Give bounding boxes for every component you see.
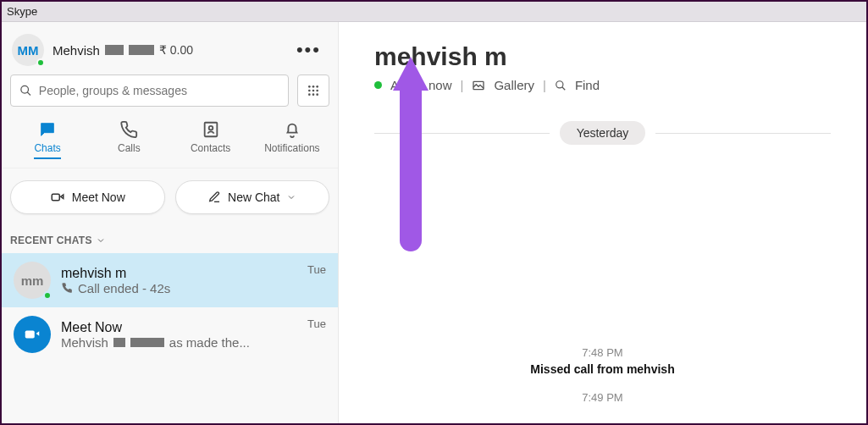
- new-chat-button[interactable]: New Chat: [175, 180, 330, 214]
- chat-item-time: Tue: [307, 316, 326, 330]
- action-row: Meet Now New Chat: [2, 168, 338, 229]
- divider-line: [655, 133, 831, 134]
- svg-point-4: [316, 86, 318, 88]
- recent-chats-header[interactable]: RECENT CHATS: [2, 229, 338, 253]
- avatar-initials: MM: [18, 43, 39, 58]
- video-icon: [50, 190, 65, 205]
- presence-dot-icon: [43, 291, 52, 300]
- svg-point-2: [308, 86, 311, 88]
- message-list[interactable]: 7:48 PM Missed call from mehvish 7:49 PM: [339, 145, 866, 419]
- chat-item-meet-now[interactable]: Meet Now Mehvish as made the... Tue: [2, 307, 338, 362]
- chat-item-name: mehvish m: [61, 266, 297, 281]
- presence-dot-icon: [374, 81, 382, 89]
- redacted-block: [113, 338, 125, 347]
- redacted-block: [105, 45, 124, 55]
- avatar: [14, 316, 51, 353]
- tab-contacts[interactable]: Contacts: [170, 119, 252, 159]
- chat-item-name: Meet Now: [61, 320, 297, 335]
- phone-icon: [119, 120, 138, 139]
- chat-item-mehvish[interactable]: mm mehvish m Call ended - 42s Tue: [2, 253, 338, 307]
- phone-icon: [61, 282, 73, 294]
- new-chat-label: New Chat: [228, 190, 279, 204]
- avatar: mm: [14, 262, 51, 299]
- dialpad-button[interactable]: [297, 75, 329, 107]
- tab-label: Contacts: [191, 142, 230, 159]
- svg-point-6: [312, 90, 315, 92]
- conversation-pane: mehvish m Active now | Gallery | Find Ye…: [339, 22, 866, 423]
- presence-dot-icon: [36, 58, 45, 67]
- conversation-header: mehvish m Active now | Gallery | Find: [339, 22, 866, 102]
- tab-label: Notifications: [264, 142, 319, 159]
- svg-rect-14: [25, 330, 35, 338]
- svg-point-12: [208, 126, 213, 130]
- profile-name[interactable]: Mehvish ₹ 0.00: [53, 43, 281, 58]
- chevron-down-icon: [96, 235, 106, 246]
- chat-item-time: Tue: [307, 262, 326, 276]
- day-chip: Yesterday: [560, 121, 646, 145]
- edit-icon: [207, 190, 221, 204]
- video-icon: [23, 325, 41, 344]
- tab-notifications[interactable]: Notifications: [252, 119, 333, 159]
- chat-item-subtitle: Call ended - 42s: [61, 281, 297, 295]
- search-input[interactable]: [39, 84, 279, 97]
- svg-line-17: [562, 86, 566, 90]
- event-time: 7:49 PM: [582, 391, 622, 404]
- search-icon: [19, 84, 32, 97]
- event-time: 7:48 PM: [582, 346, 622, 359]
- svg-point-8: [308, 93, 311, 96]
- gallery-icon: [472, 79, 485, 92]
- contact-name: mehvish m: [374, 42, 831, 71]
- tab-label: Chats: [34, 142, 60, 159]
- active-status: Active now: [390, 78, 452, 92]
- svg-line-1: [27, 92, 30, 96]
- profile-row[interactable]: MM Mehvish ₹ 0.00 •••: [2, 22, 338, 75]
- redacted-block: [130, 338, 164, 347]
- meet-now-label: Meet Now: [72, 190, 125, 204]
- day-separator: Yesterday: [339, 121, 866, 145]
- gallery-link[interactable]: Gallery: [494, 78, 534, 92]
- svg-point-5: [308, 90, 311, 92]
- svg-point-16: [556, 80, 563, 87]
- chat-icon: [38, 120, 57, 139]
- svg-point-10: [316, 93, 318, 96]
- meet-now-button[interactable]: Meet Now: [10, 180, 165, 214]
- balance-label: ₹ 0.00: [159, 43, 193, 57]
- dialpad-icon: [307, 84, 320, 97]
- tab-label: Calls: [118, 142, 141, 159]
- app-frame: MM Mehvish ₹ 0.00 ••• Chats: [2, 22, 866, 423]
- find-link[interactable]: Find: [575, 78, 600, 92]
- chat-item-subtitle: Mehvish as made the...: [61, 335, 297, 350]
- bell-icon: [283, 120, 301, 139]
- search-icon: [555, 80, 567, 91]
- conversation-meta: Active now | Gallery | Find: [374, 78, 831, 92]
- avatar[interactable]: MM: [12, 34, 44, 66]
- svg-point-7: [316, 90, 318, 92]
- svg-point-9: [312, 93, 315, 96]
- chat-item-body: mehvish m Call ended - 42s: [61, 266, 297, 295]
- sidebar: MM Mehvish ₹ 0.00 ••• Chats: [2, 22, 339, 423]
- title-bar: Skype: [2, 2, 866, 22]
- contacts-icon: [202, 120, 220, 139]
- tab-chats[interactable]: Chats: [7, 119, 88, 159]
- tab-calls[interactable]: Calls: [88, 119, 169, 159]
- redacted-block: [129, 45, 154, 55]
- search-row: [2, 75, 338, 119]
- search-input-wrapper[interactable]: [10, 75, 289, 107]
- nav-tabs: Chats Calls Contacts Notifications: [2, 119, 338, 168]
- missed-call-text: Missed call from mehvish: [530, 362, 674, 376]
- svg-point-0: [21, 86, 29, 93]
- chevron-down-icon: [286, 192, 296, 202]
- svg-rect-13: [52, 194, 59, 201]
- chat-item-body: Meet Now Mehvish as made the...: [61, 320, 297, 350]
- more-button[interactable]: •••: [290, 39, 328, 61]
- svg-point-3: [312, 86, 315, 88]
- divider-line: [374, 133, 550, 134]
